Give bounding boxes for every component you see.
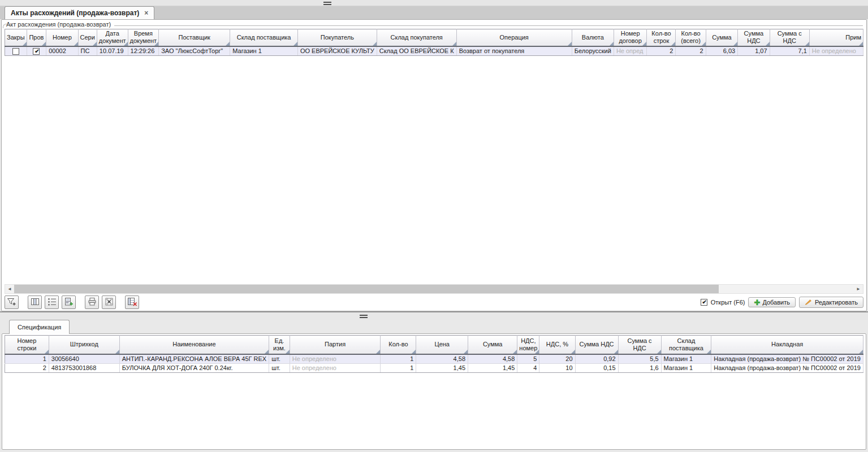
documents-grid-row[interactable]: 00002ПС10.07.1912:29:26ЗАО "ЛюксСофтТорг… xyxy=(5,46,863,56)
documents-grid-column-header[interactable]: Сумма с НДС xyxy=(770,29,809,46)
header-corner-icon xyxy=(226,42,230,46)
spec-grid-cell: 1 xyxy=(381,354,416,364)
documents-grid-column-header[interactable]: Прим xyxy=(809,29,863,46)
header-corner-icon xyxy=(535,350,539,354)
documents-grid-column-header[interactable]: Кол-во строк xyxy=(647,29,676,46)
spec-grid-column-header[interactable]: Сумма с НДС xyxy=(618,336,661,354)
open-f6-label: Открыт (F6) xyxy=(711,299,745,306)
documents-grid-column-header[interactable]: Поставщик xyxy=(159,29,230,46)
tab-specification[interactable]: Спецификация xyxy=(9,320,70,334)
tab-discrepancy-acts[interactable]: Акты расхождений (продажа-возврат) × xyxy=(5,6,154,19)
spec-grid-column-header[interactable]: НДС, номер xyxy=(517,336,539,354)
header-corner-icon xyxy=(859,350,863,354)
spec-grid-column-header[interactable]: Наименование xyxy=(119,336,269,354)
documents-grid-cell: 6,03 xyxy=(706,46,737,56)
toolbar-right: Открыт (F6) ✚ Добавить Редактировать xyxy=(701,297,863,308)
documents-grid-column-header[interactable]: Кол-во (всего) xyxy=(676,29,706,46)
spec-grid-cell: 2 xyxy=(5,363,49,372)
spec-grid-column-header[interactable]: Склад поставщика xyxy=(661,336,711,354)
documents-grid-column-header[interactable]: Сумма xyxy=(706,29,737,46)
print-button[interactable] xyxy=(85,295,99,309)
plus-icon: ✚ xyxy=(754,299,760,306)
numbered-list-button[interactable] xyxy=(45,295,59,309)
group-box-border xyxy=(3,24,7,28)
specification-grid: Номер строкиШтрихкодНаименованиеЕд. изм.… xyxy=(5,335,863,373)
splitter-grip-icon[interactable] xyxy=(360,315,368,318)
top-splitter-bar[interactable] xyxy=(0,0,868,6)
spec-grid-cell: Не определено xyxy=(290,363,381,372)
documents-grid-column-header[interactable]: Операция xyxy=(456,29,572,46)
header-corner-icon xyxy=(124,42,128,46)
filter-add-icon xyxy=(7,297,16,308)
add-button[interactable]: ✚ Добавить xyxy=(748,297,796,307)
edit-button[interactable]: Редактировать xyxy=(799,297,863,308)
spec-grid-cell: 0,15 xyxy=(575,363,618,372)
header-corner-icon xyxy=(154,42,158,46)
documents-grid-column-header[interactable]: Номер договор xyxy=(614,29,647,46)
spec-grid-column-header[interactable]: Сумма НДС xyxy=(575,336,618,354)
tab-label: Акты расхождений (продажа-возврат) xyxy=(11,9,139,17)
spec-grid-column-header[interactable]: Накладная xyxy=(711,336,863,354)
filter-add-button[interactable] xyxy=(5,295,19,309)
row-checkbox[interactable] xyxy=(12,48,19,55)
documents-grid-column-header[interactable]: Валюта xyxy=(572,29,614,46)
documents-grid-column-header[interactable]: Закры xyxy=(5,29,27,46)
row-checkbox[interactable] xyxy=(33,48,40,55)
header-corner-icon xyxy=(571,350,575,354)
documents-grid-cell xyxy=(5,46,27,56)
header-corner-icon xyxy=(464,350,468,354)
scrollbar-track[interactable] xyxy=(719,285,854,293)
spec-grid-column-header[interactable]: НДС, % xyxy=(539,336,575,354)
spec-grid-column-header[interactable]: Ед. изм. xyxy=(269,336,290,354)
spec-grid-cell: АНТИП.-КАРАНД.РЕКСОНА АЛОЕ ВЕРА 45Г REX xyxy=(119,354,269,364)
spec-grid-column-header[interactable]: Сумма xyxy=(468,336,517,354)
spec-grid-cell: БУЛОЧКА ДЛЯ ХОТ-ДОГА 240Г 0.24кг. xyxy=(119,363,269,372)
spec-grid-cell: шт. xyxy=(269,354,290,364)
header-corner-icon xyxy=(265,350,269,354)
scroll-left-icon[interactable]: ◄ xyxy=(5,285,14,293)
spec-grid-cell: 30056640 xyxy=(49,354,119,364)
documents-grid-column-header[interactable]: Склад поставщика xyxy=(230,29,298,46)
documents-grid-column-header[interactable]: Пров xyxy=(27,29,46,46)
header-corner-icon xyxy=(805,42,809,46)
spec-grid-cell: 1,45 xyxy=(468,363,517,372)
spec-grid-cell: 1,6 xyxy=(618,363,661,372)
header-corner-icon xyxy=(74,42,78,46)
documents-grid-column-header[interactable]: Склад покупателя xyxy=(377,29,456,46)
header-corner-icon xyxy=(657,350,661,354)
tab-strip: Акты расхождений (продажа-возврат) × xyxy=(0,6,868,19)
header-corner-icon xyxy=(45,350,49,354)
documents-grid-column-header[interactable]: Номер xyxy=(46,29,78,46)
column-delete-button[interactable] xyxy=(125,295,139,309)
documents-grid-column-header[interactable]: Сери xyxy=(78,29,97,46)
pencil-icon xyxy=(805,298,813,306)
spec-grid-cell: 1 xyxy=(381,363,416,372)
scroll-right-icon[interactable]: ► xyxy=(854,285,863,293)
spec-grid-column-header[interactable]: Штрихкод xyxy=(49,336,119,354)
spec-grid-column-header[interactable]: Номер строки xyxy=(5,336,49,354)
documents-grid-column-header[interactable]: Время документ xyxy=(128,29,159,46)
scrollbar-thumb[interactable] xyxy=(14,285,719,293)
header-corner-icon xyxy=(23,42,27,46)
spec-grid-column-header[interactable]: Цена xyxy=(416,336,468,354)
documents-grid-column-header[interactable]: Дата документ xyxy=(97,29,128,46)
open-f6-checkbox[interactable] xyxy=(701,299,707,306)
spec-grid-column-header[interactable]: Кол-во xyxy=(381,336,416,354)
spec-grid-row[interactable]: 24813753001868БУЛОЧКА ДЛЯ ХОТ-ДОГА 240Г … xyxy=(5,363,863,372)
spec-grid-column-header[interactable]: Партия xyxy=(290,336,381,354)
columns-button[interactable] xyxy=(28,295,42,309)
excel-export-button[interactable] xyxy=(102,295,116,309)
documents-grid-column-header[interactable]: Сумма НДС xyxy=(738,29,770,46)
spec-grid-cell: 0,92 xyxy=(575,354,618,364)
header-corner-icon xyxy=(293,42,297,46)
spec-grid-row[interactable]: 130056640АНТИП.-КАРАНД.РЕКСОНА АЛОЕ ВЕРА… xyxy=(5,354,863,364)
panel-splitter[interactable] xyxy=(0,311,868,320)
documents-grid-cell: 2 xyxy=(676,46,706,56)
horizontal-scrollbar[interactable]: ◄ ► xyxy=(5,284,863,294)
calculator-add-button[interactable] xyxy=(62,295,76,309)
close-tab-icon[interactable]: × xyxy=(144,10,148,16)
splitter-grip-icon[interactable] xyxy=(323,2,331,5)
columns-icon xyxy=(31,297,40,308)
documents-grid-column-header[interactable]: Покупатель xyxy=(297,29,377,46)
spec-grid-cell: 4,58 xyxy=(468,354,517,364)
